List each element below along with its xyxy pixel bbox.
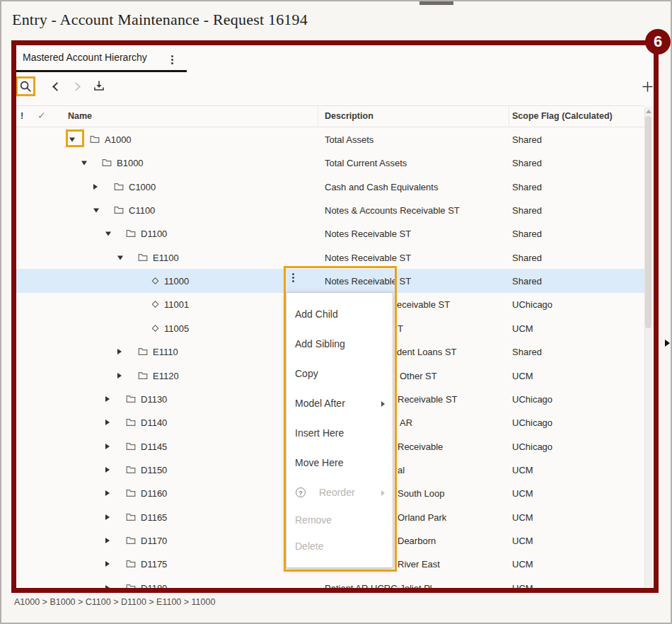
node-description: Receivable ST [398,393,458,404]
expand-arrow-icon[interactable] [105,490,110,496]
scrollbar-thumb[interactable] [645,116,651,328]
menu-item-copy[interactable]: Copy [295,368,318,381]
node-name: D1165 [141,512,167,522]
previous-icon[interactable] [50,81,60,91]
reorder-help-icon: ? [296,487,306,497]
folder-icon [126,583,136,588]
leaf-node-icon [152,301,159,308]
column-header-description[interactable]: Description [325,111,373,121]
node-scope-flag: UCM [512,512,533,522]
node-name: D1140 [141,417,167,428]
node-name: A1000 [105,134,132,145]
window-top-notch [419,1,453,5]
folder-icon [126,560,136,569]
folder-icon [138,253,148,262]
menu-item-add-sibling[interactable]: Add Sibling [295,338,345,351]
column-header-name[interactable]: Name [68,111,92,121]
column-header-scope-flag[interactable]: Scope Flag (Calculated) [512,111,613,121]
collapse-arrow-icon[interactable] [105,232,111,236]
menu-item-model-after[interactable]: Model After [295,398,345,410]
expand-arrow-icon[interactable] [105,444,110,449]
expand-arrow-icon[interactable] [93,184,98,190]
folder-icon [126,229,136,238]
node-name: D1145 [141,441,167,451]
node-name: C1100 [129,205,155,216]
node-name: D1170 [141,535,167,545]
node-scope-flag: UChicago [512,417,552,428]
table-row-C1000[interactable]: C1000Cash and Cash EquivalentsShared [16,175,644,199]
node-scope-flag: UChicago [512,393,552,404]
menu-item-reorder: Reorder [319,487,355,499]
node-name: D1130 [141,393,167,404]
table-row-11000[interactable]: 11000Notes Receivable STShared [16,269,644,293]
table-row-E1100[interactable]: E1100Notes Receivable STShared [16,245,644,270]
expand-arrow-icon[interactable] [105,514,110,520]
add-node-plus-icon[interactable] [641,80,654,93]
leaf-node-icon [152,277,159,284]
node-description: Notes Receivable ST [325,276,411,287]
folder-icon [126,465,136,474]
node-scope-flag: Shared [512,158,542,168]
expand-arrow-icon[interactable] [105,420,110,425]
collapse-arrow-icon[interactable] [69,138,75,142]
node-name: 11001 [164,299,189,310]
node-scope-flag: Shared [512,205,542,216]
next-icon[interactable] [72,81,82,91]
expand-arrow-icon[interactable] [117,373,122,379]
column-divider [509,106,509,127]
search-icon[interactable] [18,79,33,93]
menu-item-add-child[interactable]: Add Child [295,308,338,321]
node-description: AR [400,417,412,428]
annotation-step-badge: 6 [645,29,671,54]
expand-arrow-icon[interactable] [105,396,110,402]
menu-item-move-here[interactable]: Move Here [295,457,343,470]
node-name: D1180 [141,582,167,588]
expand-arrow-icon[interactable] [105,538,110,543]
folder-icon [126,536,136,545]
leaf-node-icon [152,325,159,332]
expand-arrow-icon[interactable] [105,467,110,473]
active-tab-underline [16,70,187,72]
panel-expander-icon[interactable] [665,340,670,347]
expand-arrow-icon[interactable] [105,561,110,567]
menu-item-insert-here[interactable]: Insert Here [295,427,344,440]
submenu-arrow-icon [381,401,385,407]
node-scope-flag: UCM [512,488,533,499]
node-description: T [398,323,403,333]
scrollbar-up-arrow-icon[interactable] [646,110,651,113]
node-scope-flag: Shared [512,252,542,262]
table-row-D1100[interactable]: D1100Notes Receivable STShared [16,221,644,245]
breadcrumb: A1000 > B1000 > C1100 > D1100 > E1100 > … [14,597,215,607]
table-row-D1180[interactable]: D1180Patient AR UCRC Joliet PlUCM [16,576,644,588]
chevron-left-icon [52,82,62,91]
node-description: Total Current Assets [325,158,407,168]
tab-menu-kebab-icon[interactable] [171,55,173,57]
node-scope-flag: Shared [512,347,542,357]
folder-icon [138,371,148,380]
node-scope-flag: Shared [512,229,542,239]
node-scope-flag: UCM [512,323,533,333]
menu-item-delete: Delete [295,541,323,553]
node-description: Receivable [398,441,443,451]
column-header-check-icon: ✓ [37,110,46,121]
table-row-B1000[interactable]: B1000Total Current AssetsShared [16,151,644,175]
collapse-arrow-icon[interactable] [117,255,123,260]
table-row-A1000[interactable]: A1000Total AssetsShared [16,127,644,151]
collapse-arrow-icon[interactable] [93,209,99,213]
node-scope-flag: UCM [512,464,533,475]
row-actions-kebab-icon[interactable] [292,273,294,275]
node-name: D1175 [141,559,167,570]
table-row-C1100[interactable]: C1100Notes & Accounts Receivable STShare… [16,198,644,222]
collapse-arrow-icon[interactable] [81,161,87,166]
node-scope-flag: UChicago [512,299,552,310]
tab-mastered-account-hierarchy[interactable]: Mastered Account Hierarchy [23,52,147,63]
node-name: D1160 [141,488,167,499]
expand-arrow-icon[interactable] [117,349,122,354]
download-icon[interactable] [93,79,105,92]
submenu-arrow-icon [381,490,385,496]
folder-icon [138,347,148,357]
node-description: Dearborn [398,535,436,545]
node-scope-flag: Shared [512,134,542,145]
expand-arrow-icon[interactable] [105,585,110,588]
node-description: Notes Receivable ST [325,229,411,239]
